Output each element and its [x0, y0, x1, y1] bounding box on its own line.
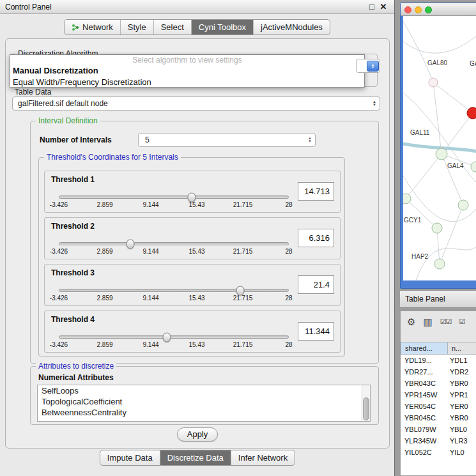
network-node[interactable]	[471, 162, 476, 172]
tab-cyni-toolbox[interactable]: Cyni Toolbox	[191, 20, 253, 35]
table-row[interactable]: YIL052CYIL0	[401, 447, 476, 458]
dropdown-option-manual-discretization[interactable]: Manual Discretization	[10, 65, 364, 77]
threshold-1-slider-track[interactable]	[59, 196, 289, 199]
cell-shared-name: YPR145W	[401, 389, 448, 401]
tab-impute-data[interactable]: Impute Data	[100, 450, 160, 465]
table-row[interactable]: YLR345WYLR3	[401, 435, 476, 447]
algorithm-combobox[interactable]: ▲▼	[356, 59, 380, 73]
table-data-combobox[interactable]: galFiltered.sif default node ▲▼	[12, 96, 380, 111]
thresholds-group-title: Threshold's Coordinates for 5 Intervals	[44, 153, 181, 162]
column-header-name[interactable]: n...	[448, 342, 476, 355]
list-item[interactable]: TopologicalCoefficient	[38, 396, 370, 407]
table-row[interactable]: YBR045CYBR0	[401, 412, 476, 424]
table-data-label: Table Data	[15, 88, 51, 96]
tab-infer-network[interactable]: Infer Network	[231, 450, 295, 465]
network-node[interactable]	[434, 259, 445, 269]
cell-name: YBR0	[448, 412, 476, 424]
table-row[interactable]: YER054CYER0	[401, 401, 476, 412]
threshold-1-scale: -3.4262.8599.14415.4321.71528	[59, 201, 289, 209]
table-panel-titlebar: Table Panel	[400, 290, 476, 308]
table-panel-window: ⚙▥☑☑☑ shared... n... YDL19...YDL1YDR27..…	[400, 311, 476, 476]
network-window-titlebar	[401, 3, 476, 16]
column-header-shared-name[interactable]: shared...	[401, 342, 448, 355]
list-scrollbar[interactable]	[362, 385, 370, 421]
tick-label: -3.426	[50, 201, 68, 208]
tab-discretize-data[interactable]: Discretize Data	[160, 450, 231, 465]
list-item[interactable]: SelfLoops	[38, 385, 370, 396]
network-node[interactable]	[429, 78, 438, 87]
network-node-label: GA	[470, 60, 476, 67]
cell-shared-name: YER054C	[401, 401, 448, 412]
close-traffic-light-icon[interactable]	[404, 6, 411, 13]
interval-definition-group: Interval Definition Number of Intervals …	[30, 121, 379, 364]
tab-jactivemnodules[interactable]: jActiveMNodules	[253, 20, 330, 35]
table-row[interactable]: YBR043CYBR0	[401, 378, 476, 389]
threshold-4-slider-track[interactable]	[59, 335, 289, 339]
threshold-4-scale: -3.4262.8599.14415.4321.71528	[59, 341, 289, 349]
table-row[interactable]: YDR27...YDR2	[401, 366, 476, 378]
tab-select[interactable]: Select	[153, 20, 191, 35]
threshold-2-slider-track[interactable]	[59, 242, 289, 245]
network-node[interactable]	[458, 200, 468, 210]
tab-network[interactable]: Network	[65, 20, 120, 35]
tick-label: 21.715	[233, 295, 253, 302]
threshold-3-value-input[interactable]: 21.4	[298, 275, 334, 294]
network-node[interactable]	[403, 194, 411, 204]
tab-style[interactable]: Style	[120, 20, 153, 35]
bottom-tabbar: Impute Data Discretize Data Infer Networ…	[0, 450, 395, 466]
network-view-window: GAL80GAGAL11GAL4GCY1HAP2	[400, 3, 476, 289]
tick-label: 21.715	[233, 341, 253, 348]
threshold-4-value-input[interactable]: 11.344	[298, 322, 334, 341]
tick-label: 28	[285, 248, 292, 255]
numerical-attributes-list[interactable]: SelfLoopsTopologicalCoefficientBetweenne…	[37, 385, 371, 422]
table-row[interactable]: YDL19...YDL1	[401, 355, 476, 366]
close-window-icon[interactable]: ✕	[378, 0, 389, 14]
number-of-intervals-combobox[interactable]: 5 ▲▼	[138, 133, 316, 147]
threshold-2-value-input[interactable]: 6.316	[298, 229, 334, 247]
combobox-stepper-icon[interactable]: ▲▼	[367, 61, 379, 72]
float-window-icon[interactable]: □	[366, 0, 378, 14]
cell-shared-name: YDL19...	[401, 355, 448, 366]
cell-name: YBL0	[448, 424, 476, 435]
tick-label: 15.43	[188, 248, 204, 255]
table-row[interactable]: YBL079WYBL0	[401, 424, 476, 435]
zoom-traffic-light-icon[interactable]	[425, 6, 432, 13]
tick-label: 15.43	[188, 201, 204, 208]
control-panel-titlebar: Control Panel □ ✕	[0, 0, 394, 14]
top-tab-group: Network Style Select Cyni Toolbox jActiv…	[64, 19, 330, 35]
gear-icon[interactable]: ⚙	[407, 317, 415, 326]
minimize-traffic-light-icon[interactable]	[415, 6, 422, 13]
list-item[interactable]: BetweennessCentrality	[38, 407, 370, 418]
table-body: YDL19...YDL1YDR27...YDR2YBR043CYBR0YPR14…	[401, 355, 476, 475]
tab-select-label: Select	[161, 22, 184, 32]
columns-icon[interactable]: ▥	[423, 317, 432, 326]
tab-impute-data-label: Impute Data	[107, 453, 153, 463]
network-canvas[interactable]: GAL80GAGAL11GAL4GCY1HAP2	[403, 16, 476, 280]
network-node[interactable]	[467, 107, 476, 119]
apply-button[interactable]: Apply	[177, 427, 218, 441]
threshold-2-slider-thumb[interactable]	[126, 239, 134, 249]
threshold-4-slider-thumb[interactable]	[163, 332, 171, 342]
threshold-3-slider-track[interactable]	[59, 289, 289, 292]
threshold-3-label: Threshold 3	[51, 268, 95, 277]
dropdown-option-equal-width-frequency[interactable]: Equal Width/Frequency Discretization	[10, 77, 364, 88]
table-toolbar: ⚙▥☑☑☑	[401, 311, 476, 332]
network-edge	[440, 205, 463, 264]
network-edge	[406, 199, 437, 228]
scrollbar-thumb[interactable]	[363, 397, 369, 420]
tick-label: 28	[285, 295, 292, 302]
threshold-1-slider-thumb[interactable]	[187, 192, 196, 202]
threshold-3-slider-thumb[interactable]	[236, 286, 244, 295]
select-column-icon[interactable]: ☑	[459, 317, 464, 326]
network-node[interactable]	[436, 148, 447, 160]
algorithm-dropdown-list: Select algorithm to view settings Manual…	[10, 54, 365, 88]
cell-shared-name: YBL079W	[401, 424, 448, 435]
select-all-columns-icon[interactable]: ☑☑	[440, 317, 452, 326]
table-row[interactable]: YPR145WYPR1	[401, 389, 476, 401]
tab-cyni-toolbox-label: Cyni Toolbox	[199, 22, 246, 32]
threshold-1-value-input[interactable]: 14.713	[298, 182, 334, 201]
cell-shared-name: YBR045C	[401, 412, 448, 424]
threshold-3-panel: Threshold 3 21.4 -3.4262.8599.14415.4321…	[44, 264, 341, 306]
network-node[interactable]	[432, 223, 442, 233]
tab-network-label: Network	[82, 22, 113, 32]
